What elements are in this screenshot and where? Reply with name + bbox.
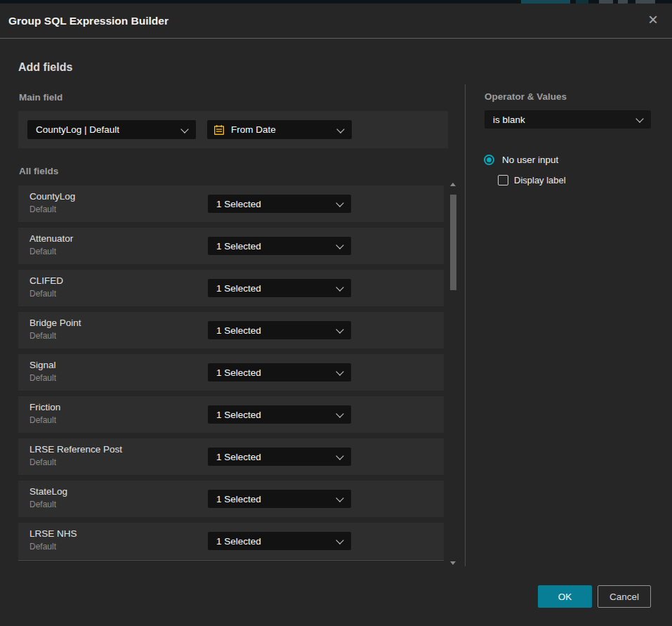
chevron-down-icon bbox=[336, 241, 343, 249]
screen: Group SQL Expression Builder × Add field… bbox=[0, 0, 672, 626]
field-row: Bridge Point Default 1 Selected bbox=[18, 312, 444, 348]
chevron-down-icon bbox=[336, 452, 343, 459]
field-selection-label: 1 Selected bbox=[208, 494, 261, 504]
field-type: Default bbox=[29, 500, 56, 509]
chevron-down-icon bbox=[336, 125, 344, 133]
ok-button[interactable]: OK bbox=[538, 585, 592, 608]
no-user-input-radio[interactable] bbox=[484, 155, 494, 165]
field-row: Friction Default 1 Selected bbox=[18, 396, 444, 433]
scrollbar-thumb[interactable] bbox=[450, 195, 456, 290]
chevron-down-icon bbox=[336, 536, 343, 544]
main-field-panel: CountyLog | Default From Dat bbox=[18, 111, 448, 148]
chevron-down-icon bbox=[336, 367, 343, 375]
chevron-down-icon bbox=[180, 125, 188, 133]
field-row: StateLog Default 1 Selected bbox=[18, 481, 444, 517]
field-type: Default bbox=[29, 289, 56, 299]
field-type: Default bbox=[29, 204, 56, 214]
display-label-checkbox[interactable] bbox=[498, 175, 508, 185]
field-row: CountyLog Default 1 Selected bbox=[18, 185, 444, 222]
all-fields-list: CountyLog Default 1 Selected Attenuator … bbox=[18, 185, 444, 559]
field-row: LRSE NHS Default 1 Selected bbox=[18, 523, 444, 559]
field-selection-label: 1 Selected bbox=[208, 410, 261, 420]
no-user-input-label: No user input bbox=[502, 155, 558, 165]
field-selection-dropdown[interactable]: 1 Selected bbox=[208, 490, 351, 508]
list-bottom-border bbox=[18, 560, 444, 561]
field-name: LRSE NHS bbox=[29, 528, 77, 539]
field-selection-label: 1 Selected bbox=[208, 536, 261, 547]
field-selection-dropdown[interactable]: 1 Selected bbox=[208, 321, 351, 339]
field-selection-dropdown[interactable]: 1 Selected bbox=[208, 448, 351, 466]
field-name: StateLog bbox=[29, 486, 67, 497]
calendar-icon bbox=[213, 124, 225, 136]
operator-dropdown[interactable]: is blank bbox=[485, 110, 651, 129]
main-field-dropdown-value: From Date bbox=[231, 124, 276, 135]
field-selection-label: 1 Selected bbox=[208, 199, 261, 209]
field-selection-dropdown[interactable]: 1 Selected bbox=[208, 279, 351, 297]
field-selection-label: 1 Selected bbox=[208, 283, 261, 294]
field-type: Default bbox=[29, 415, 56, 425]
field-selection-label: 1 Selected bbox=[208, 241, 261, 252]
field-row: LRSE Reference Post Default 1 Selected bbox=[18, 438, 444, 475]
operator-dropdown-value: is blank bbox=[485, 115, 525, 125]
field-selection-dropdown[interactable]: 1 Selected bbox=[208, 195, 351, 213]
operator-values-heading: Operator & Values bbox=[485, 91, 567, 102]
field-name: Bridge Point bbox=[29, 318, 81, 328]
main-layer-dropdown-value: CountyLog | Default bbox=[27, 124, 119, 135]
field-name: LRSE Reference Post bbox=[29, 444, 122, 455]
main-field-heading: Main field bbox=[19, 92, 62, 103]
scrollbar-down-arrow-icon[interactable] bbox=[450, 561, 456, 565]
dialog-title: Group SQL Expression Builder bbox=[8, 4, 169, 38]
field-name: Friction bbox=[29, 402, 60, 412]
close-icon[interactable]: × bbox=[643, 11, 663, 30]
field-selection-dropdown[interactable]: 1 Selected bbox=[208, 532, 351, 550]
field-type: Default bbox=[29, 331, 56, 341]
list-scrollbar[interactable] bbox=[450, 181, 456, 566]
column-divider bbox=[465, 84, 466, 566]
main-layer-dropdown[interactable]: CountyLog | Default bbox=[27, 120, 196, 139]
chevron-down-icon bbox=[336, 325, 343, 333]
field-name: CLIFED bbox=[29, 275, 63, 286]
field-type: Default bbox=[29, 457, 56, 467]
main-field-dropdown[interactable]: From Date bbox=[207, 120, 352, 139]
chevron-down-icon bbox=[635, 115, 643, 122]
field-selection-label: 1 Selected bbox=[208, 452, 261, 462]
field-name: CountyLog bbox=[29, 191, 75, 202]
field-type: Default bbox=[29, 373, 56, 383]
field-row: CLIFED Default 1 Selected bbox=[18, 270, 444, 306]
display-label-label: Display label bbox=[514, 175, 566, 185]
field-selection-label: 1 Selected bbox=[208, 325, 261, 336]
chevron-down-icon bbox=[336, 410, 343, 417]
field-type: Default bbox=[29, 247, 56, 256]
field-selection-label: 1 Selected bbox=[208, 367, 261, 378]
scrollbar-up-arrow-icon[interactable] bbox=[450, 183, 456, 186]
all-fields-heading: All fields bbox=[19, 166, 58, 176]
group-sql-expression-builder-dialog: Group SQL Expression Builder × Add field… bbox=[0, 4, 672, 626]
chevron-down-icon bbox=[336, 283, 343, 291]
field-selection-dropdown[interactable]: 1 Selected bbox=[208, 237, 351, 255]
field-selection-dropdown[interactable]: 1 Selected bbox=[208, 363, 351, 382]
field-type: Default bbox=[29, 542, 56, 552]
field-name: Signal bbox=[29, 360, 56, 370]
cancel-button[interactable]: Cancel bbox=[598, 585, 651, 608]
field-selection-dropdown[interactable]: 1 Selected bbox=[208, 405, 351, 424]
chevron-down-icon bbox=[336, 494, 343, 502]
dialog-header: Group SQL Expression Builder × bbox=[0, 4, 672, 39]
field-name: Attenuator bbox=[29, 233, 73, 244]
field-row: Signal Default 1 Selected bbox=[18, 354, 444, 391]
field-row: Attenuator Default 1 Selected bbox=[18, 228, 444, 264]
add-fields-heading: Add fields bbox=[18, 61, 72, 74]
chevron-down-icon bbox=[336, 199, 343, 207]
